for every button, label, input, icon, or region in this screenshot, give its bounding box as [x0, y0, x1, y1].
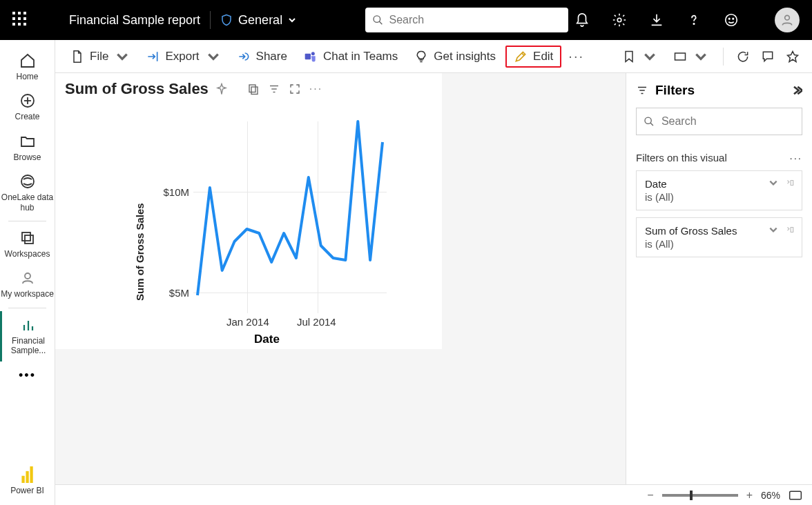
help-icon[interactable]: [686, 12, 702, 28]
svg-rect-25: [251, 87, 258, 95]
folder-icon: [19, 133, 36, 150]
zoom-out-button[interactable]: −: [647, 489, 653, 502]
svg-point-11: [21, 175, 34, 188]
export-menu[interactable]: Export: [139, 46, 226, 68]
sensitivity-dropdown[interactable]: General: [220, 13, 296, 28]
bookmark-menu[interactable]: [615, 46, 664, 68]
nav-home[interactable]: Home: [0, 47, 55, 87]
zoom-slider[interactable]: [662, 494, 738, 497]
filter-card-value: is (All): [645, 238, 793, 250]
focus-icon[interactable]: [289, 83, 301, 95]
clear-icon[interactable]: [785, 225, 795, 235]
export-label: Export: [165, 50, 199, 63]
zoom-thumb[interactable]: [690, 491, 693, 500]
app-launcher-icon[interactable]: [12, 12, 29, 28]
main-area: Home Create Browse OneLake data hub Work…: [0, 40, 812, 505]
report-title: Financial Sample report: [69, 13, 200, 28]
chart-visual[interactable]: Sum of Gross Sales ··· Sum of Gross Sale…: [55, 73, 442, 349]
nav-browse-label: Browse: [13, 152, 41, 162]
nav-powerbi[interactable]: Power BI: [0, 461, 55, 505]
chevron-down-icon: [115, 50, 129, 63]
filter-icon[interactable]: [268, 83, 280, 95]
view-menu[interactable]: [666, 46, 715, 68]
collapse-icon[interactable]: [791, 85, 802, 96]
global-search-input[interactable]: [389, 14, 562, 26]
filter-search[interactable]: [636, 108, 802, 135]
x-tick-jul: Jul 2014: [297, 316, 336, 328]
file-menu[interactable]: File: [64, 46, 136, 68]
visual-title: Sum of Gross Sales: [65, 80, 209, 98]
report-canvas[interactable]: Sum of Gross Sales ··· Sum of Gross Sale…: [55, 73, 626, 484]
x-tick-jan: Jan 2014: [226, 316, 269, 328]
global-search[interactable]: [365, 8, 568, 32]
sensitivity-label: General: [238, 13, 282, 28]
filter-card-value: is (All): [645, 191, 793, 203]
zoom-in-button[interactable]: +: [746, 489, 753, 502]
svg-rect-18: [21, 475, 24, 482]
toolbar-divider: [723, 48, 724, 66]
account-avatar[interactable]: [775, 8, 800, 32]
clear-icon[interactable]: [785, 178, 795, 188]
share-button[interactable]: Share: [230, 46, 294, 68]
favorite-icon[interactable]: [786, 50, 800, 63]
person-icon: [780, 13, 794, 27]
lightbulb-icon: [414, 50, 428, 63]
filters-header: Filters: [626, 73, 812, 108]
visual-more-icon[interactable]: ···: [309, 83, 322, 95]
svg-rect-21: [305, 53, 311, 59]
feedback-icon[interactable]: [724, 12, 739, 28]
filter-search-input[interactable]: [661, 115, 795, 128]
y-tick-5m: $5M: [155, 287, 189, 299]
nav-powerbi-label: Power BI: [10, 486, 44, 495]
filter-card-gross-sales[interactable]: Sum of Gross Sales is (All): [636, 217, 802, 257]
svg-point-5: [729, 18, 730, 19]
chevron-down-icon[interactable]: [768, 178, 778, 188]
chevron-down-icon[interactable]: [768, 225, 778, 235]
nav-browse[interactable]: Browse: [0, 128, 55, 168]
refresh-icon[interactable]: [736, 50, 750, 63]
zoom-level: 66%: [761, 490, 780, 501]
nav-active-report[interactable]: Financial Sample...: [0, 311, 55, 362]
file-icon: [70, 50, 84, 63]
toolbar-more[interactable]: ···: [564, 48, 588, 64]
get-insights-button[interactable]: Get insights: [407, 46, 503, 68]
nav-more[interactable]: •••: [0, 362, 55, 390]
nav-onelake[interactable]: OneLake data hub: [0, 168, 55, 218]
divider: [210, 11, 211, 29]
chevron-down-icon: [643, 50, 657, 63]
report-toolbar: File Export Share Chat in Teams Get insi…: [55, 40, 812, 73]
fit-to-page-icon[interactable]: [789, 490, 802, 501]
comment-icon[interactable]: [761, 50, 775, 63]
search-icon: [372, 14, 383, 26]
status-bar: − + 66%: [55, 484, 812, 505]
header-actions: [574, 8, 800, 32]
svg-point-4: [726, 14, 737, 26]
nav-my-workspace-label: My workspace: [1, 289, 54, 299]
export-icon: [146, 50, 160, 63]
nav-my-workspace[interactable]: My workspace: [0, 264, 55, 304]
svg-point-14: [25, 273, 30, 279]
notifications-icon[interactable]: [574, 12, 590, 28]
download-icon[interactable]: [649, 12, 664, 28]
x-axis-label: Date: [254, 333, 280, 346]
report-icon: [20, 317, 37, 333]
svg-rect-19: [26, 471, 28, 482]
file-label: File: [90, 50, 108, 63]
filter-section-more[interactable]: ···: [789, 152, 802, 164]
svg-point-32: [645, 117, 651, 123]
chat-teams-button[interactable]: Chat in Teams: [297, 46, 405, 68]
pin-icon[interactable]: [215, 83, 228, 95]
svg-rect-13: [25, 235, 33, 244]
settings-icon[interactable]: [612, 12, 627, 28]
filter-card-date[interactable]: Date is (All): [636, 170, 802, 210]
nav-workspaces[interactable]: Workspaces: [0, 224, 55, 264]
copy-icon[interactable]: [247, 83, 260, 95]
nav-create[interactable]: Create: [0, 87, 55, 127]
powerbi-icon: [19, 466, 36, 483]
chat-teams-label: Chat in Teams: [323, 50, 398, 63]
visual-action-icons: ···: [247, 83, 322, 95]
edit-button[interactable]: Edit: [505, 46, 561, 68]
filters-title: Filters: [655, 83, 695, 98]
svg-point-6: [733, 18, 733, 19]
content: File Export Share Chat in Teams Get insi…: [55, 40, 812, 505]
